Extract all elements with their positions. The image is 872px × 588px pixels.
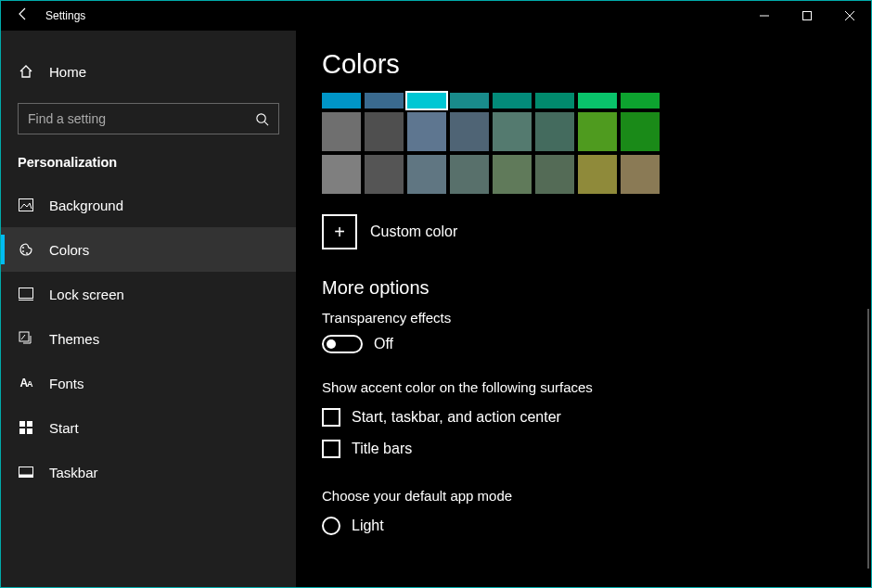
color-swatch[interactable] (578, 155, 617, 194)
home-nav[interactable]: Home (1, 53, 296, 90)
lockscreen-icon (18, 288, 34, 300)
maximize-button[interactable] (786, 1, 828, 31)
svg-point-2 (256, 113, 264, 121)
sidebar: Home Personalization Background Colors (1, 31, 296, 587)
search-input[interactable] (19, 111, 245, 126)
sidebar-item-background[interactable]: Background (1, 183, 296, 227)
radio-label: Light (352, 518, 384, 534)
color-swatch[interactable] (578, 93, 617, 109)
checkbox-label: Start, taskbar, and action center (352, 409, 561, 426)
color-swatch[interactable] (621, 93, 660, 109)
svg-rect-1 (803, 12, 812, 20)
color-swatch[interactable] (450, 93, 489, 109)
color-swatch[interactable] (621, 155, 660, 194)
color-swatch[interactable] (322, 112, 361, 151)
sidebar-item-label: Colors (49, 242, 89, 258)
window-title: Settings (45, 9, 85, 22)
svg-rect-16 (19, 475, 33, 478)
svg-point-7 (26, 252, 28, 254)
svg-rect-4 (19, 199, 33, 211)
minimize-button[interactable] (743, 1, 786, 31)
color-swatch[interactable] (365, 112, 404, 151)
svg-rect-8 (19, 288, 33, 299)
sidebar-item-taskbar[interactable]: Taskbar (1, 450, 296, 494)
sidebar-item-fonts[interactable]: AA Fonts (1, 361, 296, 405)
color-swatch[interactable] (365, 93, 404, 109)
accent-surfaces-label: Show accent color on the following surfa… (322, 379, 845, 395)
color-swatch[interactable] (450, 112, 489, 151)
taskbar-icon (18, 467, 34, 478)
search-box[interactable] (18, 103, 279, 134)
back-button[interactable] (1, 6, 45, 26)
checkbox-label: Title bars (352, 441, 412, 457)
svg-rect-14 (27, 428, 32, 434)
search-icon (245, 112, 278, 126)
custom-color-button[interactable]: + Custom color (322, 214, 845, 249)
sidebar-item-label: Background (49, 198, 123, 213)
svg-rect-11 (19, 421, 25, 427)
palette-icon (18, 242, 34, 257)
color-grid (322, 93, 845, 194)
sidebar-item-lockscreen[interactable]: Lock screen (1, 272, 296, 316)
app-mode-label: Choose your default app mode (322, 488, 845, 504)
color-swatch[interactable] (493, 112, 532, 151)
transparency-toggle[interactable] (322, 335, 363, 353)
plus-icon: + (322, 214, 357, 249)
sidebar-item-label: Fonts (49, 376, 84, 391)
home-label: Home (49, 64, 86, 80)
checkbox-titlebars[interactable] (322, 440, 340, 458)
scrollbar[interactable] (867, 309, 869, 569)
start-icon (18, 421, 34, 434)
svg-line-3 (264, 121, 268, 125)
themes-icon (18, 331, 34, 346)
checkbox-start-taskbar[interactable] (322, 408, 340, 427)
sidebar-item-start[interactable]: Start (1, 405, 296, 450)
color-swatch[interactable] (407, 112, 446, 151)
transparency-state: Off (374, 336, 393, 352)
sidebar-item-themes[interactable]: Themes (1, 316, 296, 361)
sidebar-item-label: Start (49, 420, 79, 436)
radio-light[interactable] (322, 517, 340, 535)
svg-point-5 (22, 247, 24, 249)
svg-rect-13 (19, 428, 25, 434)
color-swatch[interactable] (407, 155, 446, 194)
sidebar-item-label: Themes (49, 331, 99, 347)
color-swatch[interactable] (535, 155, 574, 194)
color-swatch[interactable] (493, 93, 532, 109)
picture-icon (18, 198, 34, 211)
title-bar: Settings (1, 1, 871, 31)
color-swatch[interactable] (493, 155, 532, 194)
custom-color-label: Custom color (370, 224, 457, 240)
close-button[interactable] (828, 1, 871, 31)
color-swatch[interactable] (322, 155, 361, 194)
color-swatch[interactable] (621, 112, 660, 151)
sidebar-item-colors[interactable]: Colors (1, 227, 296, 272)
color-swatch[interactable] (407, 93, 446, 109)
color-swatch[interactable] (365, 155, 404, 194)
svg-rect-12 (27, 421, 32, 427)
more-options-heading: More options (322, 277, 845, 299)
sidebar-item-label: Taskbar (49, 465, 98, 480)
fonts-icon: AA (18, 377, 34, 390)
color-swatch[interactable] (322, 93, 361, 109)
sidebar-item-label: Lock screen (49, 287, 124, 302)
category-label: Personalization (1, 155, 296, 170)
home-icon (18, 64, 34, 79)
color-swatch[interactable] (450, 155, 489, 194)
color-swatch[interactable] (535, 93, 574, 109)
svg-point-6 (22, 250, 24, 252)
transparency-label: Transparency effects (322, 310, 845, 326)
color-swatch[interactable] (535, 112, 574, 151)
content-area: Colors + Custom color More options Trans… (296, 31, 871, 587)
page-heading: Colors (322, 49, 845, 80)
color-swatch[interactable] (578, 112, 617, 151)
